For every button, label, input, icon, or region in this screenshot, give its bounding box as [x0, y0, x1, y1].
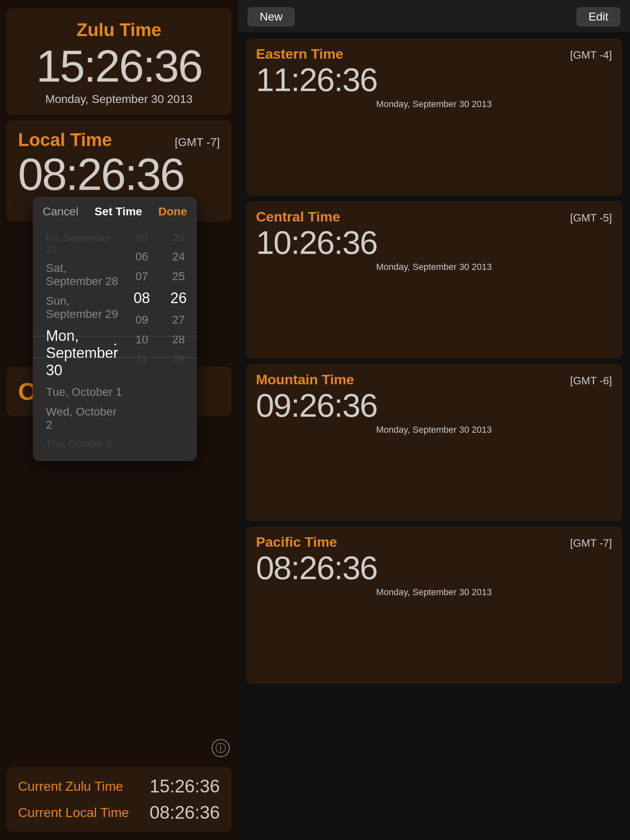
mountain-time-card[interactable]: Mountain Time [GMT -6] 09:26:36 Monday, …	[246, 364, 622, 521]
mountain-zone-name: Mountain Time	[256, 372, 354, 388]
local-zone-name: Local Time	[18, 130, 112, 150]
pacific-time-card[interactable]: Pacific Time [GMT -7] 08:26:36 Monday, S…	[246, 527, 622, 684]
picker-minute-row: 25	[160, 267, 197, 286]
picker-hour-row: 10	[123, 330, 160, 349]
picker-date-row: Wed, October 2	[43, 402, 123, 435]
picker-header: Cancel Set Time Done	[33, 197, 197, 225]
eastern-date: Monday, September 30 2013	[256, 99, 612, 110]
zulu-time-card[interactable]: Zulu Time 15:26:36 Monday, September 30 …	[7, 8, 231, 115]
picker-date-column[interactable]: Fri, September 27 Sat, September 28 Sun,…	[33, 229, 123, 453]
picker-body: Fri, September 27 Sat, September 28 Sun,…	[33, 225, 197, 461]
picker-minute-column[interactable]: 23 24 25 26 27 28 29	[160, 229, 197, 453]
central-date: Monday, September 30 2013	[256, 262, 612, 272]
eastern-time-card[interactable]: Eastern Time [GMT -4] 11:26:36 Monday, S…	[246, 39, 622, 196]
picker-cancel-button[interactable]: Cancel	[43, 205, 78, 218]
picker-minute-row: 24	[160, 247, 197, 267]
top-bar: New Edit	[238, 0, 630, 32]
info-icon-row: ⓘ	[7, 735, 231, 761]
picker-hour-column[interactable]: 05 06 07 08 09 10 11	[123, 229, 160, 453]
time-picker[interactable]: Cancel Set Time Done Fri, September 27 S…	[33, 197, 197, 461]
current-local-row: Current Local Time 08:26:36	[18, 802, 220, 823]
picker-minute-row: 27	[160, 310, 197, 330]
right-panel: New Edit Eastern Time [GMT -4] 11:26:36 …	[238, 0, 630, 840]
info-button[interactable]: ⓘ	[212, 739, 230, 757]
mountain-date: Monday, September 30 2013	[256, 425, 612, 435]
picker-colon-separator: :	[113, 338, 117, 356]
pacific-gmt: [GMT -7]	[570, 537, 612, 550]
eastern-zone-name: Eastern Time	[256, 46, 343, 62]
picker-minute-row: 28	[160, 330, 197, 349]
central-time: 10:26:36	[256, 226, 612, 260]
picker-hour-row: 07	[123, 267, 160, 286]
pacific-date: Monday, September 30 2013	[256, 587, 612, 598]
right-clock-cards: Eastern Time [GMT -4] 11:26:36 Monday, S…	[238, 32, 630, 840]
local-time: 08:26:36	[18, 152, 220, 197]
mountain-gmt: [GMT -6]	[570, 374, 612, 387]
info-icon: ⓘ	[215, 741, 226, 756]
central-gmt: [GMT -5]	[570, 212, 612, 224]
bottom-bar: Current Zulu Time 15:26:36 Current Local…	[7, 767, 231, 832]
picker-date-row: Sun, September 29	[43, 291, 123, 324]
zulu-date: Monday, September 30 2013	[45, 93, 192, 106]
picker-date-row-selected: Mon, September 30	[43, 324, 123, 382]
eastern-gmt: [GMT -4]	[570, 49, 612, 62]
current-local-label: Current Local Time	[18, 805, 129, 820]
picker-date-row: Thu, October 3	[43, 435, 123, 453]
current-zulu-label: Current Zulu Time	[18, 779, 123, 794]
mountain-time: 09:26:36	[256, 388, 612, 423]
picker-minute-row-selected: 26	[160, 286, 197, 310]
picker-done-button[interactable]: Done	[158, 205, 187, 218]
current-zulu-value: 15:26:36	[150, 776, 220, 797]
zulu-time: 15:26:36	[36, 43, 202, 89]
picker-title: Set Time	[94, 205, 142, 218]
picker-hour-row: 06	[123, 247, 160, 267]
right-spacer	[246, 689, 622, 833]
left-panel: Zulu Time 15:26:36 Monday, September 30 …	[0, 0, 238, 840]
picker-date-row: Fri, September 27	[43, 229, 123, 258]
picker-hour-row: 09	[123, 310, 160, 330]
new-button[interactable]: New	[248, 7, 294, 26]
picker-hour-row-selected: 08	[123, 286, 160, 310]
pacific-time: 08:26:36	[256, 551, 612, 585]
local-gmt-label: [GMT -7]	[175, 136, 220, 149]
central-zone-name: Central Time	[256, 209, 340, 225]
eastern-time: 11:26:36	[256, 63, 612, 97]
edit-button[interactable]: Edit	[577, 7, 620, 26]
picker-hour-row: 11	[123, 349, 160, 368]
picker-date-row: Tue, October 1	[43, 382, 123, 402]
current-local-value: 08:26:36	[150, 802, 220, 823]
picker-minute-row: 23	[160, 229, 197, 247]
picker-minute-row: 29	[160, 349, 197, 368]
zulu-zone-name: Zulu Time	[77, 20, 162, 40]
picker-date-row: Sat, September 28	[43, 258, 123, 291]
picker-hour-row: 05	[123, 229, 160, 247]
pacific-zone-name: Pacific Time	[256, 534, 337, 550]
central-time-card[interactable]: Central Time [GMT -5] 10:26:36 Monday, S…	[246, 201, 622, 358]
current-zulu-row: Current Zulu Time 15:26:36	[18, 776, 220, 797]
left-spacer	[7, 422, 231, 729]
